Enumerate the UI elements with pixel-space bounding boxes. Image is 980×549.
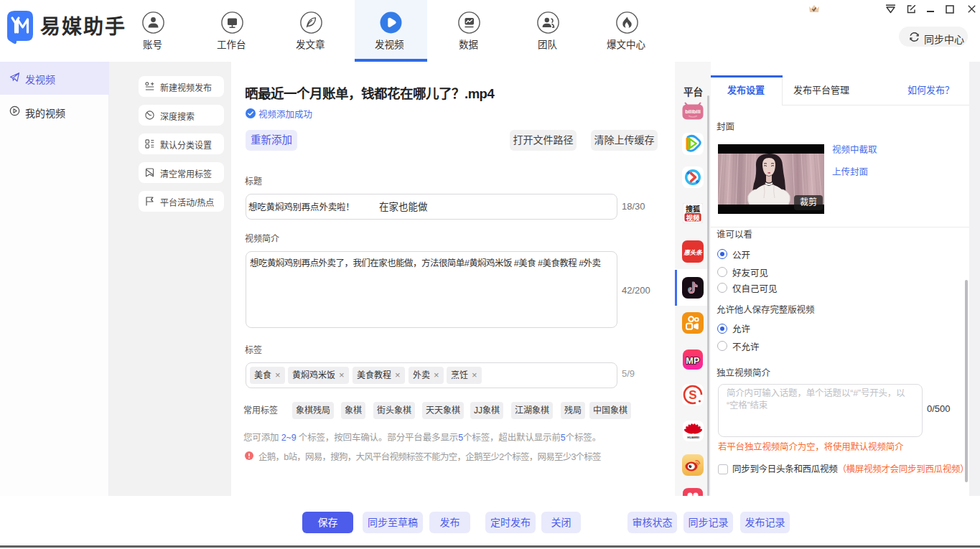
svg-text:S: S <box>689 388 696 402</box>
svg-text:搜狐: 搜狐 <box>686 205 700 213</box>
svg-text:视频: 视频 <box>686 214 700 222</box>
svg-text:bilibili: bilibili <box>685 108 701 115</box>
svg-text:抖音: 抖音 <box>722 155 730 161</box>
svg-text:惠头条: 惠头条 <box>683 249 703 256</box>
svg-text:MP: MP <box>686 356 700 366</box>
svg-text:HUAWEI: HUAWEI <box>687 436 699 439</box>
